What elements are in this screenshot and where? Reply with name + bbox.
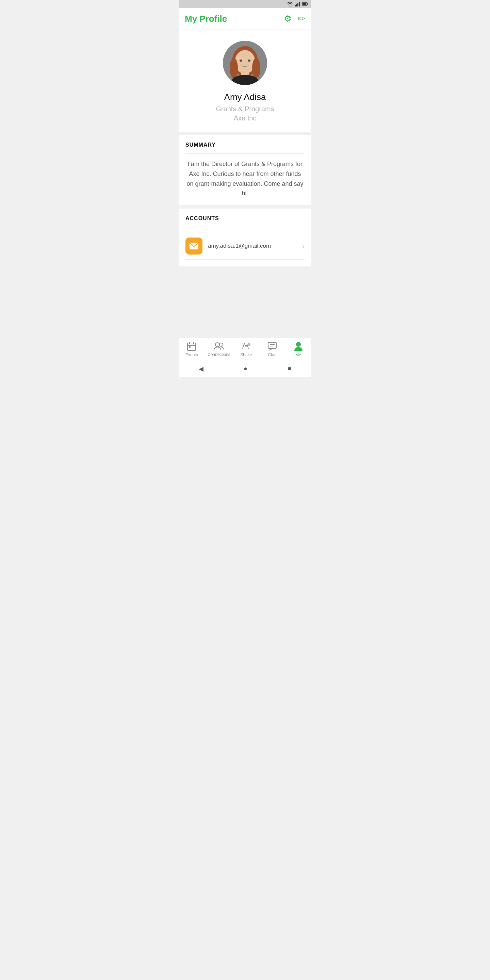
svg-point-25: [248, 343, 250, 346]
battery-icon: [302, 2, 308, 6]
signal-icon: [295, 2, 300, 6]
nav-label-shake: Shake: [240, 353, 252, 357]
settings-icon[interactable]: [284, 14, 292, 24]
nav-item-me[interactable]: Me: [288, 342, 309, 357]
home-button[interactable]: ●: [243, 365, 247, 372]
svg-point-29: [296, 342, 301, 347]
shake-icon: [241, 342, 251, 351]
nav-item-chat[interactable]: Chat: [262, 342, 282, 357]
nav-label-chat: Chat: [268, 353, 276, 357]
profile-company: Axe Inc: [234, 115, 256, 122]
svg-rect-26: [268, 342, 276, 348]
header: My Profile: [179, 8, 311, 30]
svg-rect-2: [298, 3, 298, 6]
nav-item-shake[interactable]: Shake: [236, 342, 256, 357]
nav-label-connections: Connections: [208, 352, 231, 357]
summary-section: SUMMARY I am the Director of Grants & Pr…: [179, 135, 311, 205]
back-button[interactable]: ◀: [199, 365, 204, 372]
svg-rect-0: [295, 5, 296, 6]
connections-icon: [214, 342, 224, 351]
account-row[interactable]: amy.adisa.1@gmail.com ›: [185, 233, 305, 259]
edit-icon[interactable]: [298, 14, 305, 24]
avatar: [223, 41, 267, 85]
svg-rect-22: [189, 347, 191, 348]
account-email: amy.adisa.1@gmail.com: [208, 243, 302, 250]
bottom-nav: Events Connections Shake Chat Me: [179, 338, 311, 360]
svg-rect-1: [296, 4, 297, 6]
gmail-icon-box: [185, 237, 202, 255]
wifi-icon: [287, 2, 293, 6]
svg-rect-18: [188, 343, 196, 350]
svg-point-24: [220, 343, 223, 347]
svg-point-14: [248, 60, 250, 62]
svg-point-23: [215, 343, 220, 347]
nav-item-events[interactable]: Events: [181, 342, 202, 357]
nav-item-connections[interactable]: Connections: [208, 342, 231, 357]
me-icon: [294, 342, 303, 351]
page-title: My Profile: [185, 14, 227, 24]
chat-icon: [267, 342, 277, 351]
profile-name: Amy Adisa: [224, 92, 266, 102]
header-actions: [284, 14, 305, 24]
svg-rect-5: [307, 3, 308, 5]
svg-point-11: [230, 58, 238, 78]
status-bar: [179, 0, 311, 8]
svg-point-12: [252, 58, 260, 78]
account-chevron-icon: ›: [302, 242, 305, 250]
nav-label-events: Events: [185, 353, 198, 357]
recent-button[interactable]: ■: [288, 365, 291, 372]
email-icon: [189, 242, 199, 250]
svg-rect-3: [299, 2, 300, 6]
svg-point-13: [240, 60, 242, 62]
summary-title: SUMMARY: [185, 142, 305, 148]
profile-section: Amy Adisa Grants & Programs Axe Inc: [179, 30, 311, 132]
accounts-section: ACCOUNTS amy.adisa.1@gmail.com ›: [179, 208, 311, 266]
nav-label-me: Me: [295, 353, 301, 357]
accounts-title: ACCOUNTS: [185, 215, 305, 221]
events-icon: [187, 342, 196, 351]
svg-point-10: [235, 50, 255, 74]
summary-text: I am the Director of Grants & Programs f…: [185, 159, 305, 198]
svg-rect-6: [302, 3, 306, 5]
profile-role: Grants & Programs: [216, 105, 274, 113]
content-spacer: [179, 270, 311, 338]
system-nav: ◀ ● ■: [179, 360, 311, 377]
summary-divider: [185, 153, 305, 154]
